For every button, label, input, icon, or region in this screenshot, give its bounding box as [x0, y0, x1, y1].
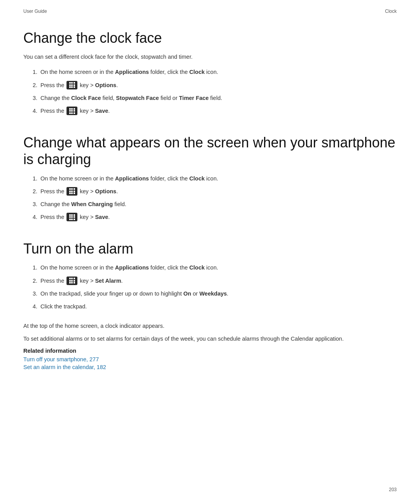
section-charging-screen: Change what appears on the screen when y…: [23, 134, 397, 222]
note-clock-indicator: At the top of the home screen, a clock i…: [23, 322, 397, 331]
section-title-3: Turn on the alarm: [23, 240, 397, 257]
list-item: Press the key > Save.: [39, 213, 397, 222]
section-change-clock-face: Change the clock face You can set a diff…: [23, 30, 397, 116]
page-number: 203: [389, 487, 397, 492]
related-link-page: 182: [95, 364, 106, 370]
section-steps-2: On the home screen or in the Application…: [39, 174, 397, 222]
menu-key-icon: [66, 187, 77, 196]
page-header: User Guide Clock: [0, 0, 420, 14]
related-link-turn-off[interactable]: Turn off your smartphone, 277: [23, 356, 397, 362]
section-title-1: Change the clock face: [23, 30, 397, 46]
related-link-calendar-alarm[interactable]: Set an alarm in the calendar, 182: [23, 364, 397, 370]
section-title-2: Change what appears on the screen when y…: [23, 134, 397, 168]
header-left: User Guide: [23, 9, 47, 14]
section-intro-1: You can set a different clock face for t…: [23, 52, 397, 61]
section-steps-1: On the home screen or in the Application…: [39, 68, 397, 116]
list-item: On the trackpad, slide your finger up or…: [39, 289, 397, 298]
list-item: Press the key > Set Alarm.: [39, 276, 397, 285]
menu-key-icon: [66, 107, 77, 115]
menu-key-icon: [66, 276, 77, 285]
list-item: Click the trackpad.: [39, 302, 397, 311]
section-turn-on-alarm: Turn on the alarm On the home screen or …: [23, 240, 397, 370]
related-link-page: 277: [88, 356, 99, 362]
list-item: Press the key > Options.: [39, 187, 397, 196]
section-steps-3: On the home screen or in the Application…: [39, 263, 397, 311]
related-info-title: Related information: [23, 348, 397, 354]
list-item: Change the When Charging field.: [39, 200, 397, 209]
menu-key-icon: [66, 81, 77, 89]
note-additional-alarms: To set additional alarms or to set alarm…: [23, 334, 397, 343]
list-item: On the home screen or in the Application…: [39, 263, 397, 272]
page-content: Change the clock face You can set a diff…: [0, 14, 420, 412]
header-right: Clock: [385, 9, 397, 14]
related-information: Related information Turn off your smartp…: [23, 348, 397, 370]
list-item: Change the Clock Face field, Stopwatch F…: [39, 94, 397, 103]
list-item: Press the key > Options.: [39, 81, 397, 90]
menu-key-icon: [66, 213, 77, 221]
list-item: Press the key > Save.: [39, 107, 397, 116]
list-item: On the home screen or in the Application…: [39, 68, 397, 77]
list-item: On the home screen or in the Application…: [39, 174, 397, 183]
